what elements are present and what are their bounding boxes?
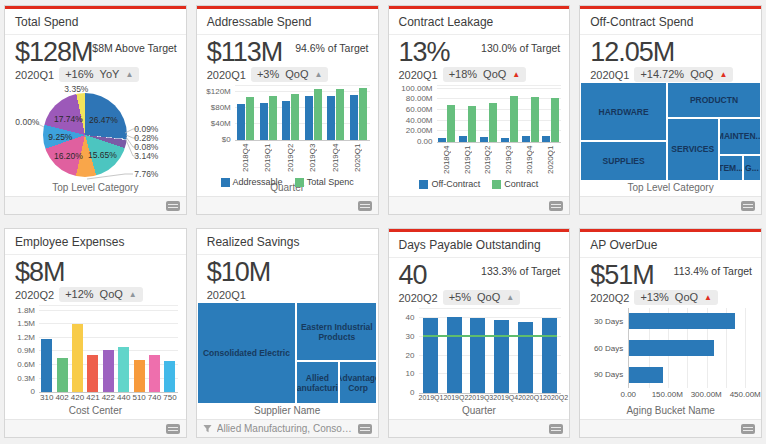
- kpi-period: 2020Q2: [590, 292, 629, 304]
- x-tick-label: 440: [117, 393, 130, 402]
- bar[interactable]: [447, 317, 462, 394]
- bar[interactable]: [480, 137, 488, 142]
- bar[interactable]: [87, 355, 98, 392]
- treemap-tile[interactable]: G...: [743, 155, 761, 181]
- bar[interactable]: [350, 95, 358, 140]
- bar[interactable]: [305, 96, 313, 140]
- comment-icon[interactable]: [549, 424, 563, 434]
- comment-icon[interactable]: [549, 201, 563, 211]
- bar[interactable]: [542, 318, 557, 393]
- bar[interactable]: [531, 97, 539, 142]
- pie-chart-total-spend[interactable]: 26.47%0.09%0.28%0.08%3.14%15.65%7.76%16.…: [5, 82, 186, 181]
- bar[interactable]: [494, 320, 509, 393]
- bar[interactable]: [518, 322, 533, 393]
- bar[interactable]: [282, 101, 290, 140]
- bar[interactable]: [447, 105, 455, 142]
- treemap-realized-savings[interactable]: Consolidated ElectricEastern Industrial …: [197, 302, 378, 404]
- kpi-period: 2020Q2: [15, 289, 54, 301]
- x-tick-label: 2019Q3: [505, 143, 513, 176]
- kpi-card-total-spend[interactable]: Total Spend $128M $8M Above Target 2020Q…: [4, 5, 187, 215]
- bar[interactable]: [468, 106, 476, 142]
- bar[interactable]: [501, 138, 509, 142]
- treemap-tile[interactable]: MAINTEN...: [719, 118, 761, 156]
- legend-item[interactable]: Off-Contract: [419, 179, 480, 189]
- bar[interactable]: [118, 347, 129, 392]
- column-chart-employee-expenses[interactable]: 00.3M0.6M0.9M1.2M1.5M1.8M310402420421422…: [5, 302, 186, 404]
- comment-icon[interactable]: [358, 201, 372, 211]
- x-tick-label: 0.00: [620, 390, 636, 399]
- bar[interactable]: [489, 103, 497, 142]
- treemap-tile[interactable]: HARDWARE: [580, 82, 667, 141]
- bar[interactable]: [470, 318, 485, 393]
- bar[interactable]: [438, 138, 446, 142]
- kpi-card-employee-expenses[interactable]: Employee Expenses $8M 2020Q2 +12% QoQ ▲ …: [4, 228, 187, 438]
- kpi-basis: QoQ: [285, 67, 308, 82]
- bar[interactable]: [359, 88, 367, 140]
- legend-item[interactable]: Total Spenc: [295, 177, 354, 187]
- kpi-card-off-contract-spend[interactable]: Off-Contract Spend 12.05M 2020Q1 +14.72%…: [579, 5, 762, 215]
- bar[interactable]: [149, 355, 160, 392]
- bar[interactable]: [327, 96, 335, 140]
- axis-title: Supplier Name: [197, 404, 378, 419]
- kpi-card-ap-overdue[interactable]: AP OverDue $51M 113.4% of Target 2020Q2 …: [579, 228, 762, 438]
- bar[interactable]: [134, 360, 145, 392]
- bar[interactable]: [269, 96, 277, 140]
- bar[interactable]: [103, 350, 114, 392]
- kpi-dashboard: Total Spend $128M $8M Above Target 2020Q…: [0, 0, 766, 443]
- bar[interactable]: [510, 96, 518, 142]
- treemap-tile[interactable]: TEM...: [719, 155, 743, 181]
- bar-group: [518, 322, 533, 393]
- bar[interactable]: [336, 89, 344, 140]
- kpi-card-realized-savings[interactable]: Realized Savings $10M 2020Q1 Consolidate…: [196, 228, 379, 438]
- treemap-tile[interactable]: Advantage Corp: [339, 361, 378, 404]
- x-tick-label: 510: [132, 393, 145, 402]
- treemap-tile[interactable]: SERVICES: [667, 118, 719, 181]
- bar[interactable]: [237, 104, 245, 140]
- bar[interactable]: [57, 358, 68, 392]
- bar[interactable]: [459, 136, 467, 142]
- column-chart-addressable-spend[interactable]: $0$40M$80M$120M2018Q42019Q12019Q22019Q32…: [197, 82, 378, 181]
- comment-icon[interactable]: [358, 424, 372, 434]
- treemap-tile[interactable]: Eastern Industrial Products: [296, 302, 377, 361]
- bar[interactable]: [41, 339, 52, 392]
- bar-group: [134, 360, 145, 392]
- bar-chart-ap-overdue[interactable]: 30 Days60 Days90 Days0.00150.00M300.00M4…: [580, 305, 761, 404]
- treemap-tile[interactable]: Allied Manufacturi...: [296, 361, 338, 404]
- bar[interactable]: [72, 324, 83, 392]
- bar[interactable]: [423, 318, 438, 393]
- comment-icon[interactable]: [741, 201, 755, 211]
- treemap-tile[interactable]: Consolidated Electric: [197, 302, 296, 404]
- bar[interactable]: [314, 89, 322, 140]
- bar[interactable]: [246, 97, 254, 140]
- y-tick-label: 80.00M: [406, 94, 433, 103]
- treemap-off-contract-spend[interactable]: HARDWARESUPPLIESPRODUCTNSERVICESMAINTEN.…: [580, 82, 761, 181]
- comment-icon[interactable]: [166, 424, 180, 434]
- bar[interactable]: [629, 313, 735, 329]
- kpi-card-days-payable-outstanding[interactable]: Days Payable Outstanding 40 133.3% of Ta…: [388, 228, 571, 438]
- x-tick-label: 2019Q4: [526, 143, 534, 176]
- legend-item[interactable]: Addressable: [221, 177, 283, 187]
- x-tick-label: 2018Q4: [242, 141, 250, 174]
- kpi-card-addressable-spend[interactable]: Addressable Spend $113M 94.6% of Target …: [196, 5, 379, 215]
- bar[interactable]: [629, 367, 663, 383]
- comment-icon[interactable]: [741, 424, 755, 434]
- x-tick-label: 421: [86, 393, 99, 402]
- column-chart-days-payable[interactable]: 0102030402019Q12019Q22019Q32019Q42020Q12…: [389, 305, 570, 404]
- filter-summary[interactable]: Allied Manufacturing, Consolidated Ele..…: [217, 423, 353, 434]
- bar[interactable]: [164, 361, 175, 392]
- column-chart-contract-leakage[interactable]: 0.0020.00M40.00M60.00M80.00M100.00M2018Q…: [389, 82, 570, 196]
- bar[interactable]: [260, 103, 268, 140]
- x-tick-label: 150.00M: [652, 390, 683, 399]
- kpi-card-contract-leakage[interactable]: Contract Leakage 13% 130.0% of Target 20…: [388, 5, 571, 215]
- y-tick-label: 10: [406, 369, 415, 378]
- filter-icon: [203, 424, 212, 433]
- comment-icon[interactable]: [166, 201, 180, 211]
- treemap-tile[interactable]: PRODUCTN: [667, 82, 761, 118]
- bar[interactable]: [542, 136, 550, 142]
- bar[interactable]: [291, 94, 299, 140]
- legend-item[interactable]: Contract: [492, 179, 538, 189]
- treemap-tile[interactable]: SUPPLIES: [580, 141, 667, 181]
- bar[interactable]: [551, 98, 559, 142]
- bar[interactable]: [522, 136, 530, 142]
- bar[interactable]: [629, 340, 714, 356]
